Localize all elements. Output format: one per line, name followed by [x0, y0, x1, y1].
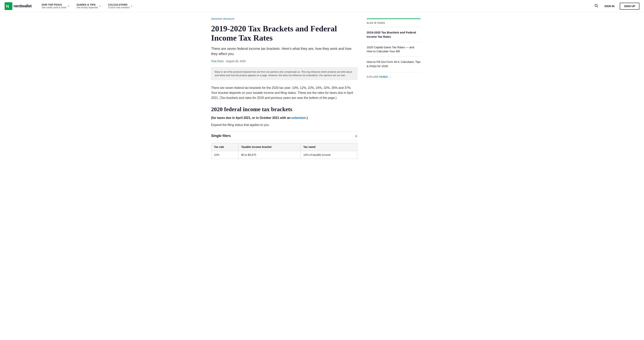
- sidebar: ALSO IN TAXES 2019-2020 Tax Brackets and…: [367, 17, 420, 160]
- nav-calculators-subtitle: Crunch real numbers: [108, 6, 130, 9]
- sidebar-links: 2019-2020 Tax Brackets and Federal Incom…: [367, 30, 420, 68]
- table-row: 10%$0 to $9,87510% of taxable income: [211, 151, 358, 159]
- nav-guides-chevron: ▾: [99, 5, 100, 7]
- article-main: Advertiser disclosure 2019-2020 Tax Brac…: [211, 17, 358, 160]
- tax-table-header: Tax rate Taxable income bracket Tax owed: [211, 143, 358, 151]
- col-income-bracket: Taxable income bracket: [238, 143, 300, 151]
- filers-section: Single filers ∧ Tax rate Taxable income …: [211, 131, 358, 159]
- article-title: 2019-2020 Tax Brackets and Federal Incom…: [211, 24, 358, 43]
- sidebar-article-link-capital-gains[interactable]: 2020 Capital Gains Tax Rates — and How t…: [367, 45, 420, 54]
- tax-table-body: 10%$0 to $9,87510% of taxable income: [211, 151, 358, 159]
- sidebar-section-title: ALSO IN TAXES: [367, 22, 420, 24]
- single-filers-toggle[interactable]: Single filers ∧: [211, 131, 358, 141]
- subheading-text: (for taxes due in April 2021, or in Octo…: [211, 116, 290, 119]
- sign-in-button[interactable]: SIGN IN: [602, 3, 617, 9]
- article-body-text: There are seven federal tax brackets for…: [211, 85, 358, 101]
- sidebar-divider: [367, 42, 420, 42]
- nav-guides-subtitle: Get money expertise: [77, 6, 98, 9]
- sidebar-article-link-w4-form[interactable]: How to Fill Out Form W-4: Calculator, Ti…: [367, 60, 420, 68]
- subheading-end: ): [306, 116, 308, 119]
- explore-taxes-link[interactable]: TAXES →: [379, 75, 391, 78]
- logo-text: nerdwallet: [14, 4, 32, 8]
- article-subheading: (for taxes due in April 2021, or in Octo…: [211, 116, 358, 120]
- nav-item-calculators[interactable]: CALCULATORS Crunch real numbers ▾: [104, 0, 136, 12]
- search-icon: [594, 4, 598, 7]
- nav-top-picks-title: OUR TOP PICKS: [42, 3, 66, 6]
- expand-text: Expand the filing status that applies to…: [211, 123, 358, 127]
- section-heading: 2020 federal income tax brackets: [211, 106, 358, 113]
- nerdwallet-logo[interactable]: N nerdwallet: [4, 2, 32, 10]
- nav-guides-title: GUIDES & TIPS: [77, 3, 98, 6]
- svg-text:N: N: [6, 4, 9, 9]
- article-meta: Tina Orem August 28, 2020: [211, 60, 358, 63]
- sidebar-section-taxes: ALSO IN TAXES 2019-2020 Tax Brackets and…: [367, 18, 420, 78]
- sidebar-article-link-current-article[interactable]: 2019-2020 Tax Brackets and Federal Incom…: [367, 30, 420, 39]
- nav-top-picks-chevron: ▾: [68, 5, 69, 7]
- search-button[interactable]: [594, 3, 599, 9]
- explore-prefix: EXPLORE: [367, 75, 378, 78]
- col-tax-owed: Tax owed: [300, 143, 357, 151]
- table-cell: 10%: [211, 151, 238, 159]
- tax-table: Tax rate Taxable income bracket Tax owed…: [211, 143, 358, 159]
- col-tax-rate: Tax rate: [211, 143, 238, 151]
- table-cell: $0 to $9,875: [238, 151, 300, 159]
- article-subtitle: There are seven federal income tax brack…: [211, 46, 358, 56]
- filers-toggle-chevron-up: ∧: [355, 134, 358, 138]
- nav-item-top-picks[interactable]: OUR TOP PICKS See credit cards & more ▾: [38, 0, 73, 12]
- extension-link[interactable]: extension: [292, 116, 306, 119]
- svg-line-3: [597, 6, 598, 7]
- nav-right: SIGN IN SIGN UP: [594, 3, 640, 10]
- nav-calculators-chevron: ▾: [131, 5, 132, 7]
- disclosure-box: Many or all of the products featured her…: [211, 67, 358, 80]
- disclosure-text: Many or all of the products featured her…: [215, 70, 354, 77]
- nav-item-guides-tips[interactable]: GUIDES & TIPS Get money expertise ▾: [73, 0, 104, 12]
- page-wrapper: Advertiser disclosure 2019-2020 Tax Brac…: [206, 12, 438, 172]
- author-link[interactable]: Tina Orem: [211, 60, 224, 63]
- nav-items: OUR TOP PICKS See credit cards & more ▾ …: [38, 0, 594, 12]
- sign-up-button[interactable]: SIGN UP: [620, 3, 640, 10]
- main-navigation: N nerdwallet OUR TOP PICKS See credit ca…: [0, 0, 644, 12]
- nav-calculators-title: CALCULATORS: [108, 3, 130, 6]
- single-filers-label: Single filers: [211, 134, 231, 138]
- nav-top-picks-subtitle: See credit cards & more: [42, 6, 66, 9]
- publish-date: August 28, 2020: [226, 60, 246, 63]
- sidebar-divider: [367, 56, 420, 57]
- table-cell: 10% of taxable income: [300, 151, 357, 159]
- sidebar-explore: EXPLORE TAXES →: [367, 72, 420, 78]
- table-header-row: Tax rate Taxable income bracket Tax owed: [211, 143, 358, 151]
- advertiser-disclosure-link[interactable]: Advertiser disclosure: [211, 17, 234, 20]
